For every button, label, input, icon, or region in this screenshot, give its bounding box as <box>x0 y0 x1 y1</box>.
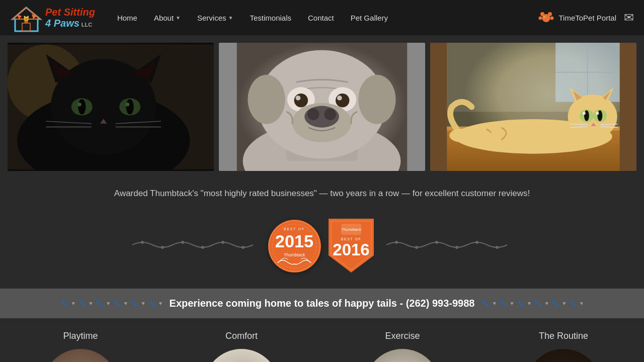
service-routine-image <box>526 349 601 362</box>
photo-black-cat <box>8 43 214 171</box>
logo-llc: LLC <box>82 22 92 28</box>
svg-point-11 <box>550 17 553 20</box>
svg-point-39 <box>248 75 285 124</box>
award-section: Awarded Thumbtack's "most highly rated b… <box>0 176 644 214</box>
svg-point-50 <box>324 108 336 120</box>
service-playtime-image <box>43 349 118 362</box>
nav-contact[interactable]: Contact <box>301 10 341 26</box>
svg-point-97 <box>415 246 418 249</box>
svg-line-74 <box>600 124 617 125</box>
svg-line-72 <box>571 124 588 125</box>
svg-point-78 <box>141 241 144 244</box>
left-swirl <box>125 237 266 255</box>
service-exercise: Exercise <box>322 318 483 362</box>
svg-point-99 <box>455 246 458 249</box>
svg-point-49 <box>307 108 319 120</box>
logo-line1: Pet Sitting <box>45 7 95 18</box>
email-icon[interactable]: ✉ <box>624 11 634 25</box>
svg-text:🐱: 🐱 <box>23 15 30 22</box>
service-exercise-label: Exercise <box>385 331 420 341</box>
ticker-text: Experience coming home to tales of happy… <box>170 298 475 309</box>
svg-text:2015: 2015 <box>275 232 313 251</box>
ticker-bar: 🐾 ♥ 🐾 ♥ 🐾 ♥ 🐾 ♥ 🐾 ♥ 🐾 ♥ 🐾 Experience com… <box>0 289 644 318</box>
service-comfort-label: Comfort <box>225 331 258 341</box>
svg-point-44 <box>336 94 349 107</box>
svg-marker-4 <box>17 14 22 19</box>
logo-area[interactable]: 🐱 Pet Sitting 4 Paws LLC <box>10 5 95 30</box>
svg-point-46 <box>337 96 342 101</box>
service-routine: The Routine <box>483 318 644 362</box>
navbar-right: TimeToPet Portal ✉ <box>537 8 634 27</box>
svg-point-45 <box>296 96 301 101</box>
svg-point-25 <box>126 99 134 115</box>
badge-2015-inner: BEST OF 2015 Thumbtack <box>268 220 321 273</box>
svg-point-43 <box>294 94 308 107</box>
svg-point-76 <box>449 129 474 142</box>
services-dropdown-icon: ▼ <box>228 15 233 21</box>
svg-point-79 <box>161 246 164 249</box>
right-swirl <box>379 237 520 255</box>
timetopet-portal-link[interactable]: TimeToPet Portal <box>537 8 617 27</box>
service-routine-label: The Routine <box>539 331 588 341</box>
ticker-right-decoration: 🐾 ♥ 🐾 ♥ 🐾 ♥ 🐾 ♥ 🐾 ♥ 🐾 ♥ 🐾 <box>482 300 583 307</box>
svg-point-100 <box>475 241 478 244</box>
svg-point-70 <box>596 112 599 115</box>
badge-2016: Thumbtack BEST OF 2016 <box>326 216 376 276</box>
svg-point-40 <box>358 75 396 124</box>
service-comfort: Comfort <box>161 318 322 362</box>
svg-point-82 <box>221 241 224 244</box>
service-exercise-image <box>365 349 440 362</box>
svg-point-83 <box>242 246 245 249</box>
svg-text:Thumbtack: Thumbtack <box>341 227 362 232</box>
nav-home[interactable]: Home <box>110 10 144 26</box>
logo-text: Pet Sitting 4 Paws LLC <box>45 7 95 29</box>
timetopet-label: TimeToPet Portal <box>559 14 617 22</box>
svg-point-98 <box>435 241 438 244</box>
nav-services[interactable]: Services ▼ <box>190 10 240 26</box>
navbar-left: 🐱 Pet Sitting 4 Paws LLC Home About ▼ Se… <box>10 5 395 30</box>
svg-point-77 <box>473 132 495 144</box>
navbar: 🐱 Pet Sitting 4 Paws LLC Home About ▼ Se… <box>0 0 644 35</box>
paw-icon <box>537 8 555 27</box>
service-comfort-image <box>204 349 279 362</box>
svg-point-69 <box>583 112 586 115</box>
svg-text:BEST OF: BEST OF <box>284 227 305 231</box>
svg-point-96 <box>395 241 398 244</box>
photo-orange-cat <box>430 43 636 171</box>
svg-point-9 <box>548 12 552 16</box>
svg-point-10 <box>538 17 542 20</box>
badge-2015: BEST OF 2015 Thumbtack <box>268 220 321 273</box>
svg-point-12 <box>543 16 545 19</box>
badges-section: BEST OF 2015 Thumbtack Thumbtack BEST OF… <box>0 214 644 289</box>
svg-text:2016: 2016 <box>333 240 369 259</box>
svg-rect-2 <box>22 23 30 31</box>
svg-point-81 <box>201 246 204 249</box>
svg-point-68 <box>598 110 603 121</box>
nav-links: Home About ▼ Services ▼ Testimonials Con… <box>110 10 395 26</box>
svg-point-24 <box>78 99 86 115</box>
nav-testimonials[interactable]: Testimonials <box>243 10 298 26</box>
photo-grid <box>0 35 644 176</box>
svg-point-26 <box>77 103 82 107</box>
logo-icon: 🐱 <box>10 5 40 30</box>
svg-point-8 <box>540 12 544 16</box>
services-section: Playtime Comfort Exercise <box>0 318 644 362</box>
nav-about[interactable]: About ▼ <box>147 10 188 26</box>
logo-line2: 4 Paws <box>45 18 79 29</box>
about-dropdown-icon: ▼ <box>176 15 181 21</box>
service-playtime-label: Playtime <box>63 331 98 341</box>
award-text: Awarded Thumbtack's "most highly rated b… <box>10 189 634 199</box>
service-playtime: Playtime <box>0 318 161 362</box>
svg-point-27 <box>126 103 130 107</box>
svg-point-101 <box>496 246 499 249</box>
photo-bulldog <box>219 43 425 171</box>
nav-gallery[interactable]: Pet Gallery <box>344 10 395 26</box>
svg-point-80 <box>181 241 184 244</box>
svg-point-67 <box>584 110 589 121</box>
svg-text:Thumbtack: Thumbtack <box>284 252 305 257</box>
ticker-left-decoration: 🐾 ♥ 🐾 ♥ 🐾 ♥ 🐾 ♥ 🐾 ♥ 🐾 ♥ 🐾 <box>61 300 162 307</box>
